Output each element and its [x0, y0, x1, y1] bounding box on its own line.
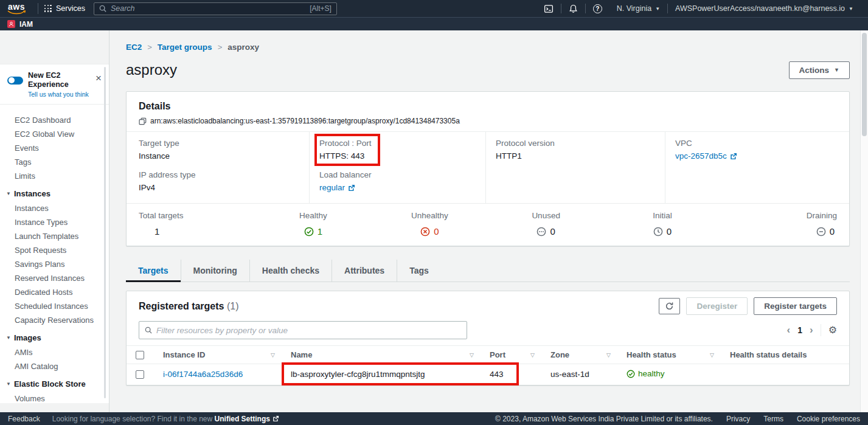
- cookie-preferences-link[interactable]: Cookie preferences: [797, 415, 860, 423]
- register-targets-button[interactable]: Register targets: [754, 297, 837, 315]
- top-nav: aws Services [Alt+S] ? N. Vi: [0, 0, 868, 17]
- sidebar-item-ec2-global-view[interactable]: EC2 Global View: [0, 127, 109, 141]
- unified-settings-link[interactable]: Unified Settings: [215, 415, 279, 423]
- tab-targets[interactable]: Targets: [126, 260, 181, 282]
- sidebar-item-savings-plans[interactable]: Savings Plans: [0, 257, 109, 271]
- sidebar-item-spot-requests[interactable]: Spot Requests: [0, 243, 109, 257]
- health-status-details-cell: [720, 370, 849, 379]
- page-title: asproxy: [126, 61, 177, 78]
- new-experience-toggle[interactable]: [7, 77, 23, 85]
- row-checkbox[interactable]: [136, 370, 144, 379]
- column-header-port[interactable]: Port▽: [480, 346, 541, 364]
- sidebar-item-dedicated-hosts[interactable]: Dedicated Hosts: [0, 285, 109, 299]
- sidebar-item-ec2-dashboard[interactable]: EC2 Dashboard: [0, 113, 109, 127]
- deregister-button[interactable]: Deregister: [686, 297, 748, 315]
- ip-address-type-label: IP address type: [139, 170, 299, 181]
- actions-button[interactable]: Actions ▼: [789, 61, 850, 79]
- tab-tags[interactable]: Tags: [397, 260, 441, 282]
- sidebar-item-events[interactable]: Events: [0, 141, 109, 155]
- tab-attributes[interactable]: Attributes: [332, 260, 397, 282]
- caret-down-icon: ▼: [834, 65, 839, 75]
- sort-icon[interactable]: ▽: [603, 352, 611, 358]
- sidebar-section-instances[interactable]: ▼Instances: [0, 183, 109, 201]
- account-menu[interactable]: AWSPowerUserAccess/navaneeth.kn@harness.…: [668, 4, 861, 13]
- notifications-button[interactable]: [561, 4, 585, 13]
- minus-circle-icon: [816, 227, 826, 237]
- table-header: Instance ID▽ Name▽ Port▽ Zone▽ Health st…: [127, 345, 849, 364]
- details-title: Details: [139, 100, 837, 112]
- sidebar-item-launch-templates[interactable]: Launch Templates: [0, 229, 109, 243]
- feedback-link[interactable]: Feedback: [8, 415, 40, 423]
- sort-icon[interactable]: ▽: [267, 352, 275, 358]
- unhealthy-label: Unhealthy: [372, 210, 488, 221]
- sidebar-item-reserved-instances[interactable]: Reserved Instances: [0, 271, 109, 285]
- breadcrumb-target-groups[interactable]: Target groups: [158, 41, 212, 54]
- sidebar-section-elastic-block-store[interactable]: ▼Elastic Block Store: [0, 373, 109, 392]
- sidebar-section-images[interactable]: ▼Images: [0, 327, 109, 345]
- sort-icon[interactable]: ▽: [706, 352, 714, 358]
- aws-logo[interactable]: aws: [7, 3, 26, 15]
- total-targets-label: Total targets: [139, 210, 255, 221]
- sidebar-item-limits[interactable]: Limits: [0, 169, 109, 183]
- sidebar-item-instances[interactable]: Instances: [0, 201, 109, 215]
- tab-monitoring[interactable]: Monitoring: [181, 260, 249, 282]
- ip-address-type-value: IPv4: [139, 182, 299, 193]
- check-circle-icon: [304, 227, 314, 237]
- page-scrollbar[interactable]: [860, 30, 868, 412]
- sidebar-item-ami-catalog[interactable]: AMI Catalog: [0, 359, 109, 373]
- privacy-link[interactable]: Privacy: [726, 415, 750, 423]
- tab-health-checks[interactable]: Health checks: [249, 260, 332, 282]
- search-input[interactable]: [111, 4, 305, 13]
- chevron-right-icon: >: [147, 41, 152, 54]
- page-number[interactable]: 1: [797, 325, 802, 335]
- sidebar-item-instance-types[interactable]: Instance Types: [0, 215, 109, 229]
- column-header-health-status[interactable]: Health status▽: [617, 346, 720, 364]
- protocol-port-label: Protocol : Port: [319, 138, 372, 149]
- help-button[interactable]: ?: [586, 4, 609, 13]
- sidebar-item-volumes[interactable]: Volumes: [0, 392, 109, 403]
- filter-box[interactable]: [139, 321, 467, 339]
- gear-icon[interactable]: ⚙: [828, 325, 837, 335]
- previous-page-icon[interactable]: ‹: [787, 325, 791, 335]
- column-header-name[interactable]: Name▽: [281, 346, 480, 364]
- services-menu-button[interactable]: Services: [44, 4, 85, 13]
- sidebar-item-tags[interactable]: Tags: [0, 155, 109, 169]
- draining-value: 0: [721, 226, 837, 238]
- next-page-icon[interactable]: ›: [810, 325, 813, 335]
- select-all-checkbox[interactable]: [136, 351, 144, 359]
- refresh-button[interactable]: [659, 298, 680, 314]
- language-prompt: Looking for language selection? Find it …: [52, 415, 279, 423]
- health-summary: Total targets 1 Healthy 1 Unhealthy: [127, 203, 849, 246]
- instance-id-link[interactable]: i-06f1744a6a25d36d6: [163, 370, 243, 379]
- chevron-down-icon: ▼: [6, 335, 11, 340]
- divider: [821, 324, 821, 336]
- breadcrumb-ec2[interactable]: EC2: [126, 41, 142, 54]
- copy-icon[interactable]: [139, 117, 147, 125]
- registered-targets-count: (1): [227, 301, 239, 311]
- iam-shortcut[interactable]: IAM: [19, 20, 33, 29]
- global-search[interactable]: [Alt+S]: [94, 2, 337, 15]
- column-header-zone[interactable]: Zone▽: [541, 346, 617, 364]
- x-circle-icon: [420, 227, 430, 237]
- terms-link[interactable]: Terms: [763, 415, 783, 423]
- sidebar-nav: EC2 Dashboard EC2 Global View Events Tag…: [0, 105, 109, 403]
- sidebar-scrollbar[interactable]: [104, 67, 106, 398]
- column-header-instance-id[interactable]: Instance ID▽: [153, 346, 281, 364]
- sidebar-item-amis[interactable]: AMIs: [0, 345, 109, 359]
- sidebar-item-scheduled-instances[interactable]: Scheduled Instances: [0, 299, 109, 313]
- tell-us-link[interactable]: Tell us what you think: [28, 91, 91, 98]
- ellipsis-circle-icon: [536, 227, 546, 237]
- registered-targets-card: Registered targets (1) Deregister Regist…: [126, 291, 850, 385]
- vpc-link[interactable]: vpc-2657db5c: [675, 151, 737, 162]
- column-header-health-status-details: Health status details: [720, 346, 849, 364]
- aws-console-window: aws Services [Alt+S] ? N. Vi: [0, 0, 868, 425]
- filter-input[interactable]: [156, 326, 461, 335]
- region-selector[interactable]: N. Virginia ▼: [609, 4, 667, 13]
- close-icon[interactable]: ×: [95, 74, 102, 83]
- sort-icon[interactable]: ▽: [466, 352, 474, 358]
- protocol-port-value: HTTPS: 443: [319, 151, 372, 162]
- cloudshell-button[interactable]: [536, 4, 561, 13]
- sort-icon[interactable]: ▽: [527, 352, 535, 358]
- load-balancer-link[interactable]: regular: [319, 182, 355, 193]
- sidebar-item-capacity-reservations[interactable]: Capacity Reservations: [0, 313, 109, 327]
